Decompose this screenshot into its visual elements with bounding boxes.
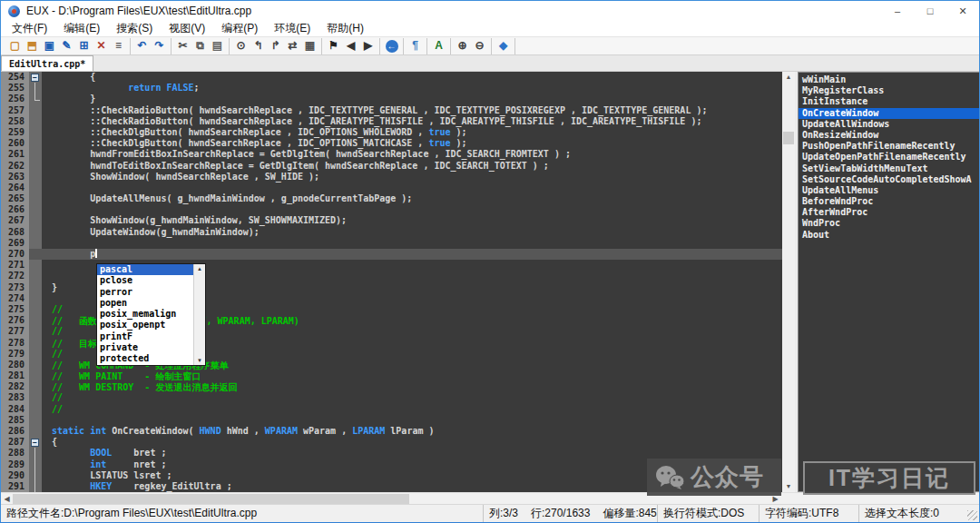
editor-line[interactable]: 266: [1, 204, 782, 215]
toolbar-save-file-button[interactable]: ▣: [41, 38, 58, 54]
fold-toggle-icon[interactable]: −: [31, 74, 39, 82]
autocomplete-item[interactable]: posix_openpt: [97, 320, 193, 331]
bookmark-next-icon: ▶: [364, 39, 372, 53]
editor-line[interactable]: 262 hwndToEditBoxInSearchReplace = GetDl…: [1, 161, 782, 172]
editor-line[interactable]: 286static int OnCreateWindow( HWND hWnd …: [1, 426, 782, 437]
editor-line[interactable]: 283//: [1, 392, 782, 403]
autocomplete-item[interactable]: posix_memalign: [97, 309, 193, 320]
autocomplete-scrollbar[interactable]: ▲ ▼: [193, 264, 205, 365]
menu-item-5[interactable]: 环境(E): [266, 21, 318, 36]
toolbar-redo-button[interactable]: ↷: [151, 38, 168, 54]
toolbar-bookmark-next-button[interactable]: ▶: [359, 38, 377, 54]
editor-line[interactable]: 269: [1, 238, 782, 249]
function-list-item[interactable]: UpdateAllWindows: [799, 119, 979, 130]
toolbar-zoom-in-button[interactable]: ⊕: [454, 38, 471, 54]
editor-line[interactable]: 265 UpdateAllMenus( g_hwndMainWindow , g…: [1, 193, 782, 204]
function-list-item[interactable]: About: [799, 230, 979, 241]
editor-line[interactable]: 268 UpdateWindow(g_hwndMainWindow);: [1, 227, 782, 238]
editor-line[interactable]: 282// WM_DESTROY - 发送退出消息并返回: [1, 381, 782, 392]
toolbar-copy-button[interactable]: ⧉: [191, 38, 209, 54]
editor-line[interactable]: 256 }: [1, 94, 782, 104]
status-position: 列:3/3 行:270/1633 偏移量:8455/56273: [483, 505, 657, 522]
scroll-up-icon[interactable]: ▲: [197, 264, 202, 273]
toolbar-save-all-button[interactable]: ⊞: [75, 38, 93, 54]
autocomplete-item[interactable]: perror: [97, 287, 193, 298]
function-list-item[interactable]: MyRegisterClass: [799, 85, 979, 96]
toolbar-open-file-button[interactable]: ⬒: [24, 38, 41, 54]
close-button[interactable]: ✕: [946, 1, 979, 21]
editor-line[interactable]: 258 ::CheckRadioButton( hwndSearchReplac…: [1, 116, 782, 127]
toolbar-undo-button[interactable]: ↶: [133, 38, 151, 54]
editor-line[interactable]: 288 BOOL bret ;: [1, 448, 782, 459]
menu-item-2[interactable]: 搜索(S): [108, 21, 161, 36]
toolbar-zoom-out-button[interactable]: ⊖: [471, 38, 488, 54]
editor-line[interactable]: 267 ShowWindow(g_hwndMainWindow, SW_SHOW…: [1, 215, 782, 226]
editor-line[interactable]: 259 ::CheckDlgButton( hwndSearchReplace …: [1, 127, 782, 138]
editor-line[interactable]: 264: [1, 183, 782, 193]
editor-line[interactable]: 257 ::CheckRadioButton( hwndSearchReplac…: [1, 105, 782, 116]
function-list-item[interactable]: OnCreateWindow: [799, 108, 979, 119]
function-list-item[interactable]: SetSourceCodeAutoCompletedShowA: [799, 174, 979, 185]
horizontal-scroll-thumb[interactable]: [13, 494, 409, 504]
resize-grip[interactable]: [967, 510, 977, 520]
function-list-item[interactable]: UpdateOpenPathFilenameRecently: [799, 152, 979, 163]
menu-item-4[interactable]: 编程(P): [213, 21, 266, 36]
toolbar-replace-in-files-button[interactable]: ▦: [301, 38, 318, 54]
menu-item-1[interactable]: 编辑(E): [55, 21, 108, 36]
maximize-button[interactable]: □: [914, 1, 946, 21]
toolbar-find-button[interactable]: ⊙: [232, 38, 250, 54]
function-list-item[interactable]: WndProc: [799, 218, 979, 229]
toolbar-paste-button[interactable]: ▤: [209, 38, 226, 54]
scroll-up-icon[interactable]: ▲: [782, 72, 795, 83]
toolbar-file-list-button[interactable]: ≡: [110, 38, 127, 54]
editor-line[interactable]: 261 hwndFromEditBoxInSearchReplace = Get…: [1, 149, 782, 160]
editor-line[interactable]: 284//: [1, 404, 782, 415]
function-list-item[interactable]: OnResizeWindow: [799, 130, 979, 141]
editor-line[interactable]: 254− {: [1, 72, 782, 83]
autocomplete-item[interactable]: pclose: [97, 275, 193, 286]
toolbar-syntax-highlight-button[interactable]: A: [430, 38, 447, 54]
editor-line[interactable]: 263 ShowWindow( hwndSearchReplace , SW_H…: [1, 172, 782, 183]
function-list-item[interactable]: SetViewTabWidthMenuText: [799, 163, 979, 174]
toolbar-find-prev-button[interactable]: ↰: [250, 38, 267, 54]
toolbar-replace-button[interactable]: ⇄: [284, 38, 301, 54]
toolbar-cut-button[interactable]: ✂: [174, 38, 191, 54]
function-list-item[interactable]: wWinMain: [799, 74, 979, 85]
menu-item-6[interactable]: 帮助(H): [318, 21, 372, 36]
menu-item-3[interactable]: 视图(V): [161, 21, 213, 36]
editor-line[interactable]: 260 ::CheckDlgButton( hwndSearchReplace …: [1, 138, 782, 149]
editor-line[interactable]: 285: [1, 415, 782, 426]
fold-toggle-icon[interactable]: −: [31, 439, 39, 447]
toolbar-find-next-button[interactable]: ↱: [267, 38, 284, 54]
function-list-item[interactable]: BeforeWndProc: [799, 196, 979, 207]
scroll-down-icon[interactable]: ▼: [197, 356, 202, 365]
scroll-down-icon[interactable]: ▼: [782, 481, 795, 492]
editor-line[interactable]: 287−{: [1, 437, 782, 448]
toolbar-about-button[interactable]: ◆: [495, 38, 512, 54]
editor-line[interactable]: 281// WM_PAINT - 绘制主窗口: [1, 370, 782, 381]
autocomplete-item[interactable]: protected: [97, 353, 193, 364]
tab-editultra-cpp[interactable]: EditUltra.cpp*: [1, 55, 93, 71]
autocomplete-item[interactable]: private: [97, 342, 193, 353]
editor-line[interactable]: 255 return FALSE;: [1, 83, 782, 94]
function-list-item[interactable]: PushOpenPathFilenameRecently: [799, 141, 979, 152]
minimize-button[interactable]: –: [881, 1, 914, 21]
toolbar-bookmark-prev-button[interactable]: ◀: [342, 38, 359, 54]
toolbar-back-button[interactable]: ←: [383, 38, 400, 54]
title-bar: EUX - D:\Program Files\EUX\test\EditUltr…: [1, 1, 979, 21]
editor-line[interactable]: 270 p: [1, 249, 782, 260]
function-list-item[interactable]: AfterWndProc: [799, 207, 979, 218]
autocomplete-item[interactable]: printF: [97, 331, 193, 342]
toolbar-line-endings-button[interactable]: ¶: [407, 38, 424, 54]
function-list-item[interactable]: UpdateAllMenus: [799, 185, 979, 196]
autocomplete-item[interactable]: pascal: [97, 264, 193, 275]
menu-item-0[interactable]: 文件(F): [4, 21, 55, 36]
autocomplete-item[interactable]: popen: [97, 298, 193, 309]
toolbar-save-as-button[interactable]: ✎: [58, 38, 75, 54]
editor-vertical-scrollbar[interactable]: ▲ ▼: [782, 72, 795, 492]
function-list-item[interactable]: InitInstance: [799, 96, 979, 107]
toolbar-close-file-button[interactable]: ✕: [93, 38, 110, 54]
toolbar-bookmark-button[interactable]: ⚑: [325, 38, 342, 54]
toolbar-new-file-button[interactable]: ▢: [6, 38, 24, 54]
vertical-scroll-thumb[interactable]: [783, 132, 794, 144]
